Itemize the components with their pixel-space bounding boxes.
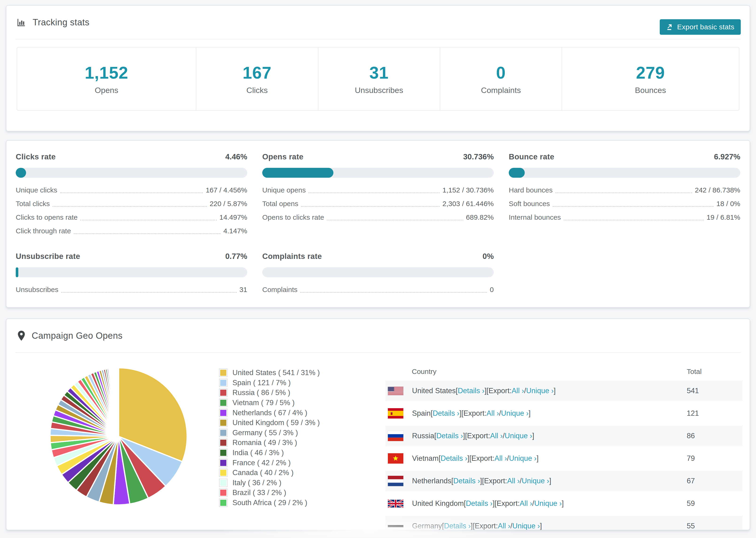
details-link[interactable]: Details › [444, 522, 471, 530]
rate-title: Bounce rate [509, 152, 554, 161]
export-unique-link[interactable]: Unique › [501, 409, 528, 418]
bracket: ] [467, 454, 469, 463]
flag-vn-icon [388, 453, 404, 463]
flag-us-icon [388, 387, 404, 395]
stat-value: 1,152 [85, 63, 128, 82]
export-all-link[interactable]: All › [507, 477, 519, 485]
country-cell: United States [Details ›] [Export: All ›… [385, 387, 687, 395]
bracket: [ [439, 454, 441, 463]
legend-item-united-states: United States ( 541 / 31% ) [220, 368, 320, 378]
legend-label: South Africa ( 29 / 2% ) [233, 499, 307, 507]
stat-row-label: Clicks to opens rate [16, 213, 78, 221]
bracket: ] [540, 522, 542, 530]
rate-stat-row: Soft bounces18 / 0% [509, 197, 740, 211]
total-value: 121 [687, 409, 743, 418]
export-all-link[interactable]: All › [490, 432, 503, 440]
tracking-stats-header: Tracking stats Export basic stats [6, 6, 750, 39]
dotted-leader [308, 187, 440, 193]
stat-row-value: 19 / 6.81% [707, 213, 740, 221]
country-cell: Netherlands [Details ›] [Export: All › /… [385, 476, 687, 486]
details-link[interactable]: Details › [466, 499, 493, 508]
rate-stat-row: Clicks to opens rate14.497% [16, 211, 247, 224]
details-link[interactable]: Details › [441, 454, 467, 463]
country-name: Netherlands [412, 477, 451, 485]
legend-label: Italy ( 36 / 2% ) [233, 479, 281, 487]
dotted-leader [564, 215, 704, 220]
geo-table-row: United Kingdom [Details ›] [Export: All … [385, 493, 743, 514]
export-basic-stats-button[interactable]: Export basic stats [660, 19, 741, 35]
slash-separator: / [519, 477, 522, 485]
details-link[interactable]: Details › [458, 387, 485, 395]
bracket: ] [562, 499, 564, 508]
legend-item-brazil: Brazil ( 33 / 2% ) [220, 488, 320, 498]
geo-table: Country Total United States [Details ›] … [385, 363, 743, 530]
legend-swatch [220, 459, 227, 467]
slash-separator: / [524, 387, 526, 395]
legend-swatch [220, 469, 227, 476]
rate-stat-row: Unsubscribes31 [16, 283, 247, 296]
stat-label: Clicks [246, 86, 268, 95]
total-value: 79 [687, 454, 743, 463]
progress-bar-fill [16, 267, 18, 277]
geo-table-row: Germany [Details ›] [Export: All › / Uni… [385, 516, 743, 530]
export-all-link[interactable]: All › [486, 409, 499, 418]
geo-table-row: Spain [Details ›] [Export: All › / Uniqu… [385, 403, 743, 424]
stat-box-unsubscribes: 31Unsubscribes [318, 47, 440, 110]
export-unique-link[interactable]: Unique › [534, 499, 562, 508]
bracket: [ [442, 522, 444, 530]
progress-bar [262, 267, 494, 277]
total-value: 55 [687, 522, 743, 530]
stat-row-value: 1,152 / 30.736% [442, 186, 494, 194]
dotted-leader [80, 215, 216, 220]
rate-title: Opens rate [262, 152, 303, 161]
legend-label: Netherlands ( 67 / 4% ) [233, 409, 307, 417]
export-all-link[interactable]: All › [512, 387, 524, 395]
legend-swatch [220, 439, 227, 447]
bracket: ] [528, 409, 531, 418]
slash-separator: / [499, 409, 501, 418]
total-value: 67 [687, 477, 743, 485]
stat-value: 0 [496, 63, 506, 82]
export-unique-link[interactable]: Unique › [509, 454, 536, 463]
rate-panel-unsubscribe-rate: Unsubscribe rate0.77%Unsubscribes31 [16, 252, 247, 296]
details-link[interactable]: Details › [433, 409, 459, 418]
export-all-link[interactable]: All › [519, 499, 532, 508]
details-link[interactable]: Details › [436, 432, 463, 440]
country-name: Russia [412, 432, 434, 440]
stat-box-clicks: 167Clicks [196, 47, 318, 110]
rates-card: Clicks rate4.46%Unique clicks167 / 4.456… [6, 140, 750, 308]
legend-swatch [220, 489, 227, 497]
export-all-link[interactable]: All › [495, 454, 507, 463]
legend-swatch [220, 479, 227, 487]
map-pin-icon [17, 330, 26, 341]
legend-item-italy: Italy ( 36 / 2% ) [220, 478, 320, 488]
export-unique-link[interactable]: Unique › [522, 477, 549, 485]
stat-row-value: 167 / 4.456% [206, 186, 247, 194]
country-name: United Kingdom [412, 499, 464, 508]
export-unique-link[interactable]: Unique › [526, 387, 554, 395]
export-unique-link[interactable]: Unique › [512, 522, 540, 530]
stat-value: 279 [636, 63, 665, 82]
rate-value: 0% [482, 252, 494, 261]
stat-row-value: 31 [240, 286, 247, 294]
legend-swatch [220, 499, 227, 507]
bracket: [ [434, 432, 436, 440]
stat-row-value: 2,303 / 61.446% [442, 200, 494, 208]
stat-row-value: 689.82% [466, 213, 494, 221]
legend-swatch [220, 409, 227, 417]
progress-bar-fill [509, 168, 525, 178]
export-unique-link[interactable]: Unique › [505, 432, 532, 440]
column-header-country: Country [385, 368, 687, 376]
legend-label: India ( 46 / 3% ) [233, 449, 284, 457]
pie-slice-other[interactable] [118, 368, 119, 436]
export-all-link[interactable]: All › [498, 522, 510, 530]
details-link[interactable]: Details › [453, 477, 480, 485]
country-cell: United Kingdom [Details ›] [Export: All … [385, 499, 687, 508]
country-cell: Germany [Details ›] [Export: All › / Uni… [385, 522, 687, 530]
country-name: Germany [412, 522, 442, 530]
export-prefix: [Export: [465, 432, 490, 440]
bracket: [ [464, 499, 466, 508]
flag-de-icon [388, 525, 404, 527]
legend-item-south-africa: South Africa ( 29 / 2% ) [220, 498, 320, 508]
dotted-leader [61, 287, 237, 293]
